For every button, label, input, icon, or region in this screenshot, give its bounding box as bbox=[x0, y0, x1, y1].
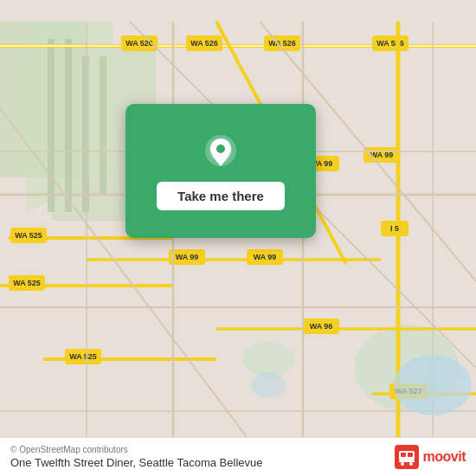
moovit-brand-text: moovit bbox=[423, 449, 466, 465]
place-name-text: One Twelfth Street Diner, Seattle Tacoma… bbox=[10, 456, 262, 469]
svg-rect-6 bbox=[82, 56, 89, 212]
svg-rect-5 bbox=[65, 39, 72, 212]
attribution-text: © OpenStreetMap contributors bbox=[10, 445, 262, 454]
svg-text:WA 96: WA 96 bbox=[310, 322, 333, 331]
moovit-logo: moovit bbox=[395, 445, 466, 469]
svg-point-59 bbox=[394, 355, 472, 415]
svg-text:WA 526: WA 526 bbox=[268, 39, 296, 48]
bottom-left-info: © OpenStreetMap contributors One Twelfth… bbox=[10, 445, 262, 469]
svg-rect-4 bbox=[48, 39, 55, 212]
take-me-there-button[interactable]: Take me there bbox=[157, 182, 285, 210]
svg-point-69 bbox=[401, 462, 404, 466]
svg-point-70 bbox=[409, 462, 413, 466]
svg-text:WA 525: WA 525 bbox=[13, 279, 41, 287]
bottom-bar: © OpenStreetMap contributors One Twelfth… bbox=[0, 437, 476, 476]
svg-text:WA 525: WA 525 bbox=[15, 231, 42, 240]
svg-rect-67 bbox=[408, 453, 413, 457]
map-container: WA 526 WA 526 WA 526 WA 526 WA 525 WA 52… bbox=[0, 0, 476, 476]
svg-rect-66 bbox=[401, 453, 406, 457]
svg-text:I 5: I 5 bbox=[390, 224, 399, 233]
svg-rect-7 bbox=[100, 56, 106, 195]
moovit-icon bbox=[395, 445, 419, 469]
location-pin-icon bbox=[200, 132, 241, 173]
svg-point-60 bbox=[251, 372, 286, 398]
svg-text:WA 99: WA 99 bbox=[254, 253, 277, 261]
svg-point-9 bbox=[242, 342, 294, 376]
svg-text:WA 99: WA 99 bbox=[176, 253, 199, 261]
svg-point-63 bbox=[216, 145, 225, 153]
svg-text:WA 526: WA 526 bbox=[190, 39, 218, 48]
svg-text:WA 525: WA 525 bbox=[69, 352, 97, 361]
svg-rect-68 bbox=[399, 460, 415, 462]
map-svg: WA 526 WA 526 WA 526 WA 526 WA 525 WA 52… bbox=[0, 0, 476, 476]
location-card: Take me there bbox=[125, 104, 316, 238]
